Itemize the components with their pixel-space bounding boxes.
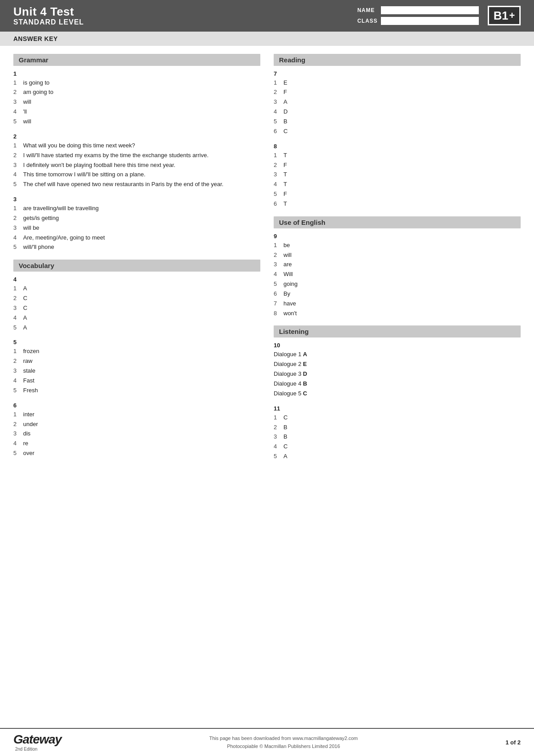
list-item: 5over — [13, 449, 260, 458]
grammar-group-1-list: 1is going to 2am going to 3will 4'll 5wi… — [13, 79, 260, 126]
footer-edition: 2nd Edition — [15, 747, 37, 752]
header-title-block: Unit 4 Test STANDARD LEVEL — [13, 5, 84, 26]
group-number-6: 6 — [13, 402, 260, 409]
group-number-5: 5 — [13, 339, 260, 345]
b1-plus: + — [509, 11, 515, 20]
list-item: 6C — [274, 127, 521, 136]
vocabulary-group-6: 6 1inter 2under 3dis 4re 5over — [13, 402, 260, 458]
name-label: NAME — [357, 7, 377, 13]
group-number-7: 7 — [274, 70, 521, 77]
grammar-group-3-list: 1are travelling/will be travelling 2gets… — [13, 204, 260, 252]
main-content: Grammar 1 1is going to 2am going to 3wil… — [0, 46, 534, 477]
vocabulary-section: Vocabulary 4 1A 2C 3C 4A 5A 5 1frozen 2r… — [13, 260, 260, 458]
name-class-fields: NAME CLASS — [357, 6, 479, 25]
list-item: 2under — [13, 420, 260, 429]
grammar-group-2: 2 1What will you be doing this time next… — [13, 133, 260, 189]
list-item: 5going — [274, 280, 521, 289]
listening-group-10: 10 Dialogue 1 A Dialogue 2 E Dialogue 3 … — [274, 342, 521, 398]
class-label: CLASS — [357, 18, 377, 24]
list-item: 5will — [13, 118, 260, 126]
class-input[interactable] — [381, 17, 479, 25]
list-item: 1What will you be doing this time next w… — [13, 142, 260, 150]
reading-group-7: 7 1E 2F 3A 4D 5B 6C — [274, 70, 521, 136]
list-item: 3C — [13, 304, 260, 313]
list-item: 1C — [274, 414, 521, 422]
gateway-logo-text: Gateway — [13, 733, 61, 746]
page-footer: Gateway 2nd Edition This page has been d… — [0, 728, 534, 756]
list-item: 4D — [274, 108, 521, 116]
list-item: 3T — [274, 171, 521, 179]
list-item: 1A — [13, 285, 260, 293]
vocabulary-group-6-list: 1inter 2under 3dis 4re 5over — [13, 411, 260, 458]
list-item: 2I will/'ll have started my exams by the… — [13, 151, 260, 160]
reading-section: Reading 7 1E 2F 3A 4D 5B 6C 8 1T 2F — [274, 54, 521, 208]
list-item: 8won't — [274, 309, 521, 318]
list-item: Dialogue 1 A — [274, 350, 521, 359]
vocabulary-header: Vocabulary — [13, 260, 260, 272]
page-header: Unit 4 Test STANDARD LEVEL NAME CLASS B1… — [0, 0, 534, 32]
name-row: NAME — [357, 6, 479, 14]
list-item: 3will be — [13, 224, 260, 232]
list-item: 1inter — [13, 411, 260, 419]
list-item: 1are travelling/will be travelling — [13, 204, 260, 213]
grammar-header: Grammar — [13, 54, 260, 66]
list-item: 4re — [13, 439, 260, 448]
unit-title: Unit 4 Test — [13, 5, 84, 18]
footer-line2: Photocopiable © Macmillan Publishers Lim… — [209, 743, 358, 751]
name-input[interactable] — [381, 6, 479, 14]
vocabulary-group-4-list: 1A 2C 3C 4A 5A — [13, 285, 260, 332]
list-item: 2will — [274, 251, 521, 260]
answer-key-label: ANSWER KEY — [13, 35, 58, 42]
list-item: 2raw — [13, 357, 260, 366]
list-item: Dialogue 2 E — [274, 360, 521, 369]
group-number-3: 3 — [13, 196, 260, 203]
vocabulary-group-5-list: 1frozen 2raw 3stale 4Fast 5Fresh — [13, 347, 260, 394]
list-item: 5will/'ll phone — [13, 243, 260, 252]
group-number-1: 1 — [13, 70, 260, 77]
footer-center-text: This page has been downloaded from www.m… — [209, 735, 358, 750]
reading-group-8-list: 1T 2F 3T 4T 5F 6T — [274, 151, 521, 208]
list-item: 5A — [13, 324, 260, 332]
listening-group-11: 11 1C 2B 3B 4C 5A — [274, 405, 521, 461]
grammar-group-2-list: 1What will you be doing this time next w… — [13, 142, 260, 189]
list-item: 1E — [274, 79, 521, 87]
group-number-11: 11 — [274, 405, 521, 412]
list-item: 1T — [274, 151, 521, 160]
list-item: Dialogue 4 B — [274, 380, 521, 388]
footer-logo: Gateway 2nd Edition — [13, 733, 61, 752]
list-item: 4C — [274, 443, 521, 451]
list-item: 5Fresh — [13, 386, 260, 395]
b1-badge: B1+ — [488, 6, 521, 25]
b1-text: B1 — [494, 10, 508, 21]
list-item: 2B — [274, 423, 521, 432]
list-item: 6T — [274, 200, 521, 208]
list-item: 2am going to — [13, 88, 260, 97]
list-item: 2F — [274, 161, 521, 170]
list-item: 4'll — [13, 108, 260, 116]
vocabulary-group-4: 4 1A 2C 3C 4A 5A — [13, 276, 260, 332]
footer-page-number: 1 of 2 — [506, 739, 521, 746]
right-column: Reading 7 1E 2F 3A 4D 5B 6C 8 1T 2F — [274, 54, 521, 469]
list-item: 4A — [13, 314, 260, 322]
reading-header: Reading — [274, 54, 521, 66]
list-item: 5F — [274, 190, 521, 199]
group-number-4: 4 — [13, 276, 260, 283]
use-of-english-section: Use of English 9 1be 2will 3are 4Will 5g… — [274, 216, 521, 318]
use-of-english-header: Use of English — [274, 216, 521, 228]
list-item: Dialogue 5 C — [274, 390, 521, 398]
reading-group-7-list: 1E 2F 3A 4D 5B 6C — [274, 79, 521, 136]
listening-header: Listening — [274, 325, 521, 337]
group-number-8: 8 — [274, 143, 521, 150]
list-item: 5The chef will have opened two new resta… — [13, 180, 260, 189]
list-item: 3B — [274, 433, 521, 441]
list-item: 3stale — [13, 367, 260, 375]
list-item: 4Will — [274, 270, 521, 279]
group-number-10: 10 — [274, 342, 521, 349]
grammar-group-1-header: 1 1is going to 2am going to 3will 4'll 5… — [13, 70, 260, 126]
list-item: 3A — [274, 98, 521, 106]
list-item: 2gets/is getting — [13, 214, 260, 223]
listening-group-11-list: 1C 2B 3B 4C 5A — [274, 414, 521, 461]
list-item: 1be — [274, 241, 521, 250]
list-item: 1frozen — [13, 347, 260, 356]
list-item: 6By — [274, 290, 521, 298]
